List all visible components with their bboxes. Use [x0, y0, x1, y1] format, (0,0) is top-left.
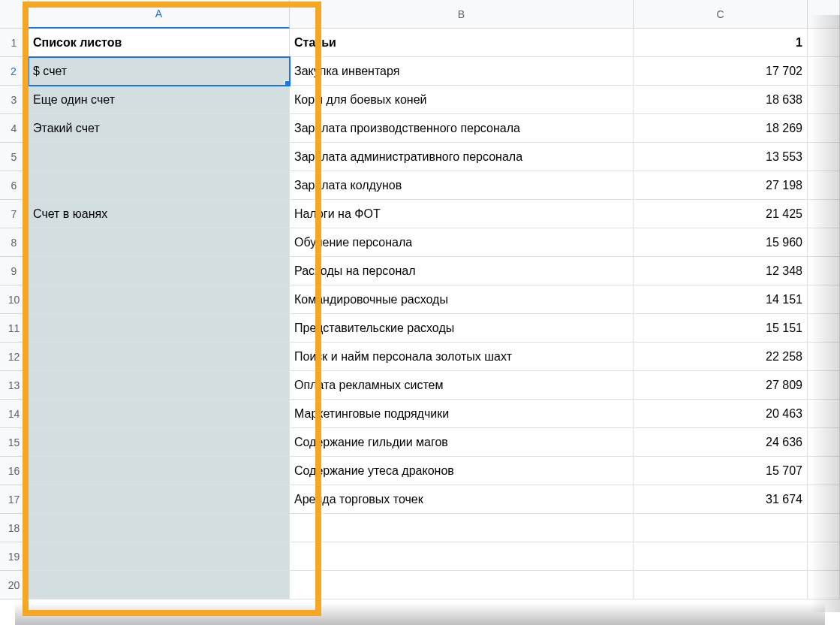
cell-D15[interactable] — [808, 428, 840, 457]
row-header-14[interactable]: 14 — [0, 400, 29, 428]
row-header-13[interactable]: 13 — [0, 371, 29, 400]
cell-C17[interactable]: 31 674 — [634, 485, 808, 514]
cell-C19[interactable] — [634, 542, 808, 571]
row-header-8[interactable]: 8 — [0, 228, 29, 257]
row-header-16[interactable]: 16 — [0, 457, 29, 485]
cell-B13[interactable]: Оплата рекламных систем — [290, 371, 634, 400]
cell-B10[interactable]: Командировочные расходы — [290, 285, 634, 314]
cell-D17[interactable] — [808, 485, 840, 514]
cell-D7[interactable] — [808, 200, 840, 228]
cell-B9[interactable]: Расходы на персонал — [290, 257, 634, 285]
cell-B20[interactable] — [290, 571, 634, 599]
row-header-1[interactable]: 1 — [0, 29, 29, 57]
cell-C9[interactable]: 12 348 — [634, 257, 808, 285]
cell-A15[interactable] — [29, 428, 290, 457]
cell-D20[interactable] — [808, 571, 840, 599]
row-header-4[interactable]: 4 — [0, 114, 29, 143]
col-header-A[interactable]: A — [29, 0, 290, 29]
cell-A9[interactable] — [29, 257, 290, 285]
cell-D1[interactable] — [808, 29, 840, 57]
cell-C2[interactable]: 17 702 — [634, 57, 808, 86]
cell-B2[interactable]: Закупка инвентаря — [290, 57, 634, 86]
corner-cell[interactable] — [0, 0, 29, 29]
col-header-extra[interactable] — [808, 0, 840, 29]
cell-B6[interactable]: Зарплата колдунов — [290, 171, 634, 200]
cell-D18[interactable] — [808, 514, 840, 542]
cell-C6[interactable]: 27 198 — [634, 171, 808, 200]
cell-B15[interactable]: Содержание гильдии магов — [290, 428, 634, 457]
cell-D9[interactable] — [808, 257, 840, 285]
cell-C3[interactable]: 18 638 — [634, 86, 808, 114]
cell-B12[interactable]: Поиск и найм персонала золотых шахт — [290, 343, 634, 371]
cell-C20[interactable] — [634, 571, 808, 599]
row-header-5[interactable]: 5 — [0, 143, 29, 171]
cell-A5[interactable] — [29, 143, 290, 171]
cell-B7[interactable]: Налоги на ФОТ — [290, 200, 634, 228]
cell-A2[interactable]: $ счет — [29, 57, 290, 86]
cell-C7[interactable]: 21 425 — [634, 200, 808, 228]
row-header-9[interactable]: 9 — [0, 257, 29, 285]
cell-B16[interactable]: Содержание утеса драконов — [290, 457, 634, 485]
cell-A14[interactable] — [29, 400, 290, 428]
row-header-12[interactable]: 12 — [0, 343, 29, 371]
cell-C18[interactable] — [634, 514, 808, 542]
cell-D8[interactable] — [808, 228, 840, 257]
cell-B5[interactable]: Зарплата административного персонала — [290, 143, 634, 171]
cell-B8[interactable]: Обучение персонала — [290, 228, 634, 257]
cell-A8[interactable] — [29, 228, 290, 257]
cell-D13[interactable] — [808, 371, 840, 400]
row-header-20[interactable]: 20 — [0, 571, 29, 599]
cell-B17[interactable]: Аренда торговых точек — [290, 485, 634, 514]
col-header-C[interactable]: C — [634, 0, 808, 29]
cell-A4[interactable]: Этакий счет — [29, 114, 290, 143]
row-header-2[interactable]: 2 — [0, 57, 29, 86]
cell-A11[interactable] — [29, 314, 290, 343]
cell-A7[interactable]: Счет в юанях — [29, 200, 290, 228]
cell-A17[interactable] — [29, 485, 290, 514]
cell-B11[interactable]: Представительские расходы — [290, 314, 634, 343]
cell-C15[interactable]: 24 636 — [634, 428, 808, 457]
cell-D14[interactable] — [808, 400, 840, 428]
cell-C16[interactable]: 15 707 — [634, 457, 808, 485]
cell-D4[interactable] — [808, 114, 840, 143]
cell-D5[interactable] — [808, 143, 840, 171]
cell-C13[interactable]: 27 809 — [634, 371, 808, 400]
cell-A6[interactable] — [29, 171, 290, 200]
cell-C5[interactable]: 13 553 — [634, 143, 808, 171]
cell-B1[interactable]: Статьи — [290, 29, 634, 57]
cell-A19[interactable] — [29, 542, 290, 571]
cell-B18[interactable] — [290, 514, 634, 542]
cell-B3[interactable]: Корм для боевых коней — [290, 86, 634, 114]
cell-D16[interactable] — [808, 457, 840, 485]
cell-D11[interactable] — [808, 314, 840, 343]
cell-A1[interactable]: Список листов — [29, 29, 290, 57]
cell-D6[interactable] — [808, 171, 840, 200]
row-header-10[interactable]: 10 — [0, 285, 29, 314]
cell-B19[interactable] — [290, 542, 634, 571]
cell-C10[interactable]: 14 151 — [634, 285, 808, 314]
cell-C12[interactable]: 22 258 — [634, 343, 808, 371]
cell-C8[interactable]: 15 960 — [634, 228, 808, 257]
cell-A10[interactable] — [29, 285, 290, 314]
row-header-18[interactable]: 18 — [0, 514, 29, 542]
cell-D12[interactable] — [808, 343, 840, 371]
cell-D10[interactable] — [808, 285, 840, 314]
row-header-7[interactable]: 7 — [0, 200, 29, 228]
cell-C1[interactable]: 1 — [634, 29, 808, 57]
row-header-15[interactable]: 15 — [0, 428, 29, 457]
cell-A18[interactable] — [29, 514, 290, 542]
row-header-3[interactable]: 3 — [0, 86, 29, 114]
cell-C4[interactable]: 18 269 — [634, 114, 808, 143]
cell-D2[interactable] — [808, 57, 840, 86]
cell-A20[interactable] — [29, 571, 290, 599]
cell-C11[interactable]: 15 151 — [634, 314, 808, 343]
col-header-B[interactable]: B — [290, 0, 634, 29]
cell-A16[interactable] — [29, 457, 290, 485]
cell-B4[interactable]: Зарплата производственного персонала — [290, 114, 634, 143]
cell-B14[interactable]: Маркетинговые подрядчики — [290, 400, 634, 428]
row-header-11[interactable]: 11 — [0, 314, 29, 343]
cell-C14[interactable]: 20 463 — [634, 400, 808, 428]
cell-D3[interactable] — [808, 86, 840, 114]
row-header-17[interactable]: 17 — [0, 485, 29, 514]
row-header-19[interactable]: 19 — [0, 542, 29, 571]
